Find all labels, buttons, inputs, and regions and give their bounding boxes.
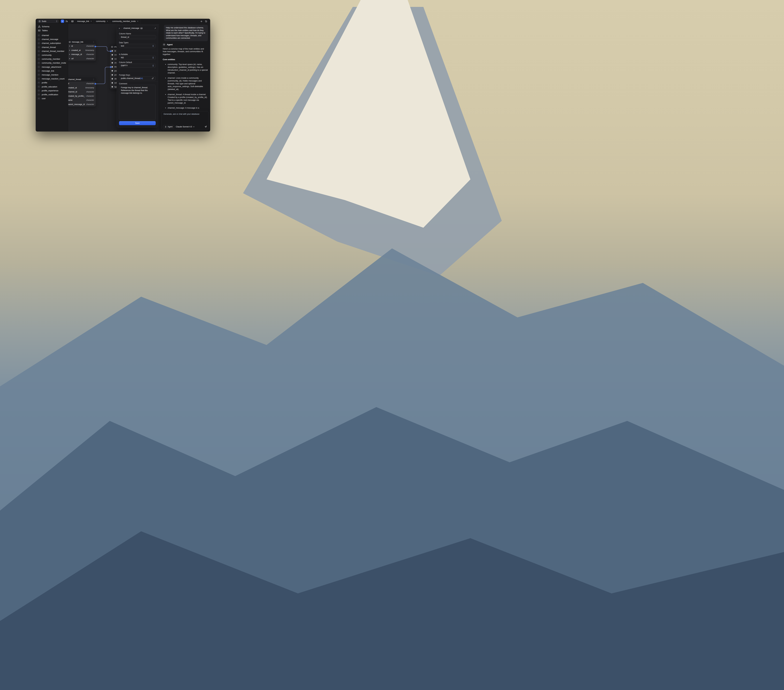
- expand-plus-icon[interactable]: +: [38, 66, 40, 68]
- sidebar-table-community[interactable]: +community: [36, 53, 68, 57]
- diamond-icon: [111, 66, 113, 68]
- expand-plus-icon[interactable]: +: [38, 34, 40, 37]
- screen: message_link⋮idcharactercreated_attimest…: [0, 0, 242, 147]
- column-row-id[interactable]: idcharacter: [68, 44, 96, 48]
- is-nullable-select[interactable]: NO: [119, 56, 156, 60]
- column-row-channel_id[interactable]: channel_idcharacter: [64, 90, 96, 94]
- sidebar-table-channel_thread_member[interactable]: +channel_thread_member: [36, 49, 68, 53]
- database-selector-value: Sudo: [42, 20, 55, 22]
- sidebar-table-label: community: [42, 54, 51, 56]
- search-list-icon: [65, 20, 68, 22]
- expand-plus-icon[interactable]: +: [38, 77, 40, 80]
- diamond-icon: [111, 74, 113, 76]
- sidebar-table-channel[interactable]: +channel: [36, 33, 68, 37]
- entity-table-header[interactable]: message_link⋮: [68, 40, 96, 44]
- expand-plus-icon[interactable]: +: [38, 93, 40, 96]
- kebab-menu-icon[interactable]: ⋮: [93, 41, 95, 43]
- column-row-created_by_profile_id[interactable]: created_by_profile_idcharacter: [64, 94, 96, 98]
- column-default-select[interactable]: EMPTY: [119, 64, 156, 68]
- sidebar-table-user[interactable]: +user: [36, 97, 68, 100]
- sidebar-table-profile_education[interactable]: +profile_education: [36, 85, 68, 89]
- close-icon[interactable]: ×: [119, 27, 120, 30]
- send-button[interactable]: [204, 125, 207, 128]
- expand-plus-icon[interactable]: +: [38, 74, 40, 76]
- expand-plus-icon[interactable]: +: [38, 46, 40, 48]
- chat-message-list[interactable]: Help me understand this database schema.…: [159, 24, 210, 111]
- data-types-select[interactable]: text: [119, 44, 156, 48]
- column-name: message_id: [71, 53, 85, 56]
- tab-close-icon[interactable]: ×: [137, 20, 138, 22]
- expand-plus-icon[interactable]: +: [38, 42, 40, 44]
- search-list-button[interactable]: [65, 20, 68, 22]
- chat-history-button[interactable]: [205, 20, 207, 23]
- expand-plus-icon[interactable]: +: [38, 58, 40, 60]
- sidebar-table-profile_experience[interactable]: +profile_experience: [36, 89, 68, 93]
- sidebar-table-message_link[interactable]: +message_link: [36, 69, 68, 73]
- is-nullable-label: Is Nullable: [119, 53, 128, 56]
- column-row-message_id[interactable]: message_idcharacter: [68, 53, 96, 57]
- entity-table-channel_thread[interactable]: channel_thread⋮idcharactercreated_attime…: [64, 77, 96, 107]
- sidebar-table-message_mention[interactable]: +message_mention: [36, 73, 68, 77]
- sidebar-item-tables[interactable]: Tables: [36, 28, 68, 33]
- expand-plus-icon[interactable]: +: [38, 38, 40, 41]
- column-name: created_by_profile_id: [68, 95, 85, 97]
- chat-input-placeholder[interactable]: Generate, ask or chat with your database: [163, 113, 199, 115]
- expand-plus-icon[interactable]: +: [38, 62, 40, 64]
- column-row-created_at[interactable]: created_attimestamp: [64, 86, 96, 90]
- column-name-input[interactable]: [119, 35, 156, 39]
- column-type: character: [86, 58, 94, 60]
- chat-input-controls: Agent Claude Sonnet 4.5: [163, 125, 207, 129]
- model-selector[interactable]: Claude Sonnet 4.5: [176, 126, 194, 128]
- expand-plus-icon[interactable]: +: [38, 69, 40, 72]
- entity-table-header[interactable]: channel_thread⋮: [64, 77, 96, 82]
- updown-chevron-icon: [152, 57, 154, 59]
- tab-community_member_invite[interactable]: community_member_invite×: [110, 19, 140, 24]
- column-row-url[interactable]: urlcharacter: [68, 57, 96, 61]
- expand-plus-icon[interactable]: +: [38, 54, 40, 56]
- sidebar-table-profile_notification[interactable]: +profile_notification: [36, 93, 68, 97]
- expand-plus-icon[interactable]: +: [38, 97, 40, 100]
- agent-mode-chip[interactable]: Agent: [163, 125, 174, 129]
- expand-plus-icon[interactable]: +: [38, 50, 40, 53]
- save-button[interactable]: Save: [119, 121, 156, 125]
- tab-close-icon[interactable]: ×: [107, 20, 108, 22]
- agent-chip-label: Agent: [168, 126, 173, 128]
- tab-grid-view-button[interactable]: [70, 19, 75, 24]
- sidebar-table-community_member_invite[interactable]: +community_member_invite: [36, 61, 68, 65]
- column-name: parent_message_id: [68, 103, 85, 105]
- sidebar-table-message_reaction_count[interactable]: +message_reaction_count: [36, 77, 68, 80]
- column-row-id[interactable]: idcharacter: [64, 82, 96, 86]
- column-row-created_at[interactable]: created_attimestamp: [68, 48, 96, 53]
- sidebar-table-message_attachment[interactable]: +message_attachment: [36, 65, 68, 69]
- sidebar-table-profile[interactable]: +profile: [36, 80, 68, 85]
- diamond-icon: [111, 70, 113, 72]
- expand-plus-icon[interactable]: +: [38, 82, 40, 84]
- sidebar-table-channel_subscription[interactable]: +channel_subscription: [36, 41, 68, 45]
- foreign-key-field[interactable]: public.channel_thread(id): [119, 76, 156, 80]
- chat-input-box[interactable]: Generate, ask or chat with your database…: [161, 111, 209, 130]
- new-chat-button[interactable]: [200, 20, 203, 22]
- column-type: character: [86, 95, 94, 97]
- tab-close-icon[interactable]: ×: [91, 20, 92, 22]
- new-table-button[interactable]: +: [61, 20, 64, 23]
- expand-plus-icon[interactable]: +: [38, 85, 40, 88]
- sidebar-item-schema[interactable]: Schema: [36, 25, 68, 28]
- entity-table-message_link[interactable]: message_link⋮idcharactercreated_attimest…: [68, 40, 96, 62]
- expand-plus-icon[interactable]: +: [38, 89, 40, 92]
- column-row-name[interactable]: namecharacter: [64, 98, 96, 102]
- tab-message_link[interactable]: message_link×: [75, 19, 94, 24]
- sidebar-table-label: channel_thread: [42, 46, 56, 48]
- column-row-parent_message_id[interactable]: parent_message_idcharacter: [64, 102, 96, 107]
- agent-label: Agent: [167, 43, 173, 46]
- sidebar-table-channel_thread[interactable]: +channel_thread: [36, 45, 68, 49]
- column-name: url: [71, 58, 85, 60]
- chevron-right-icon: [69, 46, 70, 47]
- database-selector[interactable]: Sudo: [37, 20, 59, 23]
- sidebar-table-channel_message[interactable]: +channel_message: [36, 37, 68, 41]
- column-name: channel_id: [68, 91, 85, 93]
- tab-community[interactable]: community×: [94, 19, 110, 24]
- kebab-menu-icon[interactable]: ⋮: [93, 78, 95, 80]
- open-in-full-icon[interactable]: ↗: [154, 27, 156, 30]
- comment-textarea[interactable]: Foreign key to channel_thread. Reference…: [119, 85, 156, 120]
- sidebar-table-community_member[interactable]: +community_member: [36, 57, 68, 61]
